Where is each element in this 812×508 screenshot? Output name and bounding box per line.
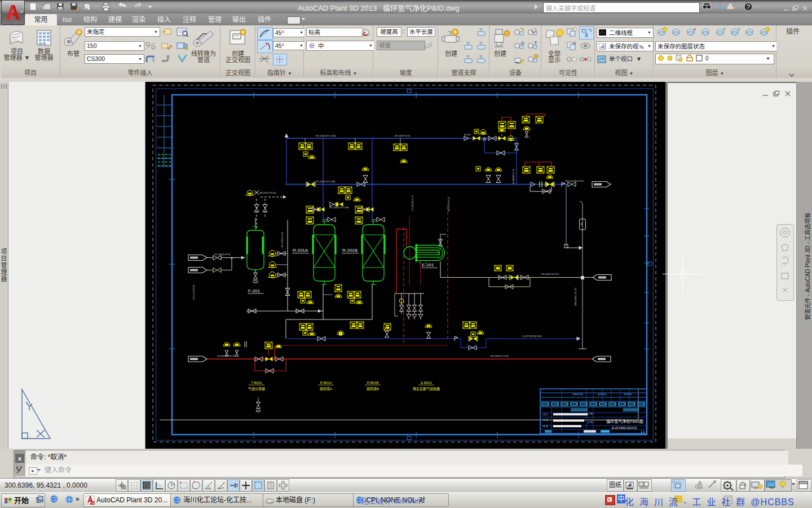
svg-text:ES-04057-LG-50: ES-04057-LG-50 [491, 354, 509, 357]
svg-text:共图纸目录: 共图纸目录 [572, 393, 583, 396]
svg-text:F-201: F-201 [248, 288, 260, 294]
svg-text:E-201: E-201 [422, 262, 434, 268]
svg-text:C5-04H20-H-07: C5-04H20-H-07 [411, 195, 414, 211]
svg-text:吸附塔B: 吸附塔B [367, 387, 379, 391]
svg-text:N15-2-0479-B: N15-2-0479-B [192, 285, 195, 299]
svg-text:E-B201: E-B201 [421, 381, 433, 384]
svg-text:LS-09738-VB-25Zb: LS-09738-VB-25Zb [522, 335, 542, 338]
svg-text:0: 0 [705, 55, 709, 62]
svg-text:R-B01B: R-B01B [367, 381, 378, 384]
svg-text:批 准: 批 准 [543, 424, 548, 428]
svg-text:修改单号: 修改单号 [624, 393, 632, 396]
svg-text:审 核: 审 核 [543, 418, 548, 422]
svg-text:R-B01A: R-B01A [320, 381, 332, 384]
svg-text:04-04020-H-50: 04-04020-H-50 [214, 253, 231, 256]
svg-text:ZLJS-P&ID-2014-01: ZLJS-P&ID-2014-01 [611, 426, 637, 430]
svg-text:RO-04020-PO-025b: RO-04020-PO-025b [316, 134, 337, 137]
svg-text:循环氢气净化P&ID图: 循环氢气净化P&ID图 [606, 419, 643, 424]
svg-text:24B-04020-VG-40: 24B-04020-VG-40 [574, 287, 577, 306]
svg-text:吸附塔A: 吸附塔A [320, 387, 332, 391]
svg-text:日 期: 日 期 [588, 412, 593, 415]
svg-text:F: F [581, 222, 582, 226]
svg-text:B7-04079-H-05: B7-04079-H-05 [281, 231, 284, 247]
svg-text:比 例: 比 例 [588, 421, 593, 424]
svg-text:B5-0479-H-05: B5-0479-H-05 [447, 196, 450, 211]
svg-text:1 1: 1 1 [641, 430, 645, 433]
svg-text:R-201B: R-201B [342, 248, 358, 253]
svg-text:ES-04079-H-15%: ES-04079-H-15% [566, 179, 584, 182]
svg-text:3B-0520-VG-80: 3B-0520-VG-80 [259, 191, 276, 194]
svg-text:X: X [716, 2, 723, 11]
svg-text:N-15-AD4B-05: N-15-AD4B-05 [512, 169, 515, 185]
svg-text:ZS-04079-PG-50: ZS-04079-PG-50 [217, 354, 236, 357]
svg-text:修改说明: 修改说明 [598, 393, 606, 396]
svg-text:RO-04020-PO-02A: RO-04020-PO-02A [329, 206, 348, 209]
svg-text:再生瓦斯气加热器: 再生瓦斯气加热器 [413, 387, 440, 391]
svg-text:ES-04679-H-15%: ES-04679-H-15% [541, 273, 559, 275]
svg-text:设 计: 设 计 [543, 413, 548, 416]
svg-text:R-201A: R-201A [293, 248, 308, 253]
svg-text:RO-04020-PO-05A: RO-04020-PO-05A [316, 180, 335, 183]
svg-text:?: ? [747, 3, 750, 10]
svg-text:@: @ [520, 41, 524, 45]
svg-text:气液分离罐: 气液分离罐 [248, 387, 265, 391]
svg-text:B7-04079-H-25: B7-04079-H-25 [395, 134, 411, 137]
svg-text:P3D: P3D [91, 502, 95, 505]
svg-text:T-B201: T-B201 [251, 381, 262, 384]
svg-text:RO-B2: RO-B2 [464, 134, 471, 136]
